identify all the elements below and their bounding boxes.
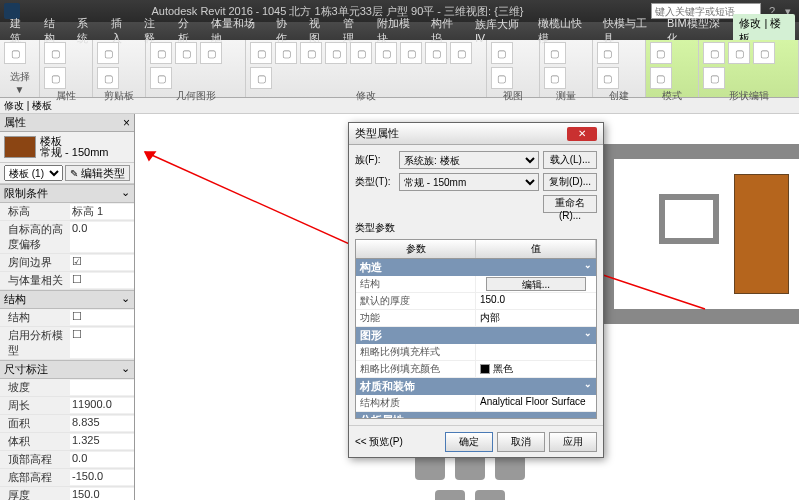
ribbon-icon[interactable]: ▢ [175, 42, 197, 64]
ok-button[interactable]: 确定 [445, 432, 493, 452]
ribbon-icon[interactable]: ▢ [597, 67, 619, 89]
ribbon-icon[interactable]: ▢ [97, 42, 119, 64]
prop-row[interactable]: 自标高的高度偏移0.0 [0, 221, 134, 254]
type-selector[interactable]: 楼板 常规 - 150mm [0, 132, 134, 163]
ribbon-panel: ▢▢属性 [40, 40, 93, 97]
type-properties-dialog: 类型属性 ✕ 族(F): 系统族: 楼板 载入(L)... 类型(T): 常规 … [348, 122, 604, 458]
panel-label: 视图 [491, 89, 535, 103]
properties-body: 限制条件⌄标高标高 1自标高的高度偏移0.0房间边界☑与体量相关☐结构⌄结构☐启… [0, 184, 134, 500]
prop-row[interactable]: 启用分析模型☐ [0, 327, 134, 360]
ribbon-panel: ▢▢创建 [593, 40, 646, 97]
ribbon-icon[interactable]: ▢ [650, 42, 672, 64]
ribbon-icon[interactable]: ▢ [450, 42, 472, 64]
panel-label: 选择 ▼ [4, 70, 35, 95]
param-row[interactable]: 默认的厚度150.0 [356, 293, 596, 310]
panel-label: 模式 [650, 89, 694, 103]
ribbon-panel: ▢选择 ▼ [0, 40, 40, 97]
param-table-header: 参数 值 [356, 240, 596, 259]
ribbon-icon[interactable]: ▢ [425, 42, 447, 64]
ribbon-icon[interactable]: ▢ [728, 42, 750, 64]
param-row[interactable]: 功能内部 [356, 310, 596, 327]
dialog-titlebar: 类型属性 ✕ [349, 123, 603, 145]
prop-row[interactable]: 顶部高程0.0 [0, 451, 134, 469]
ribbon-icon[interactable]: ▢ [325, 42, 347, 64]
edit-structure-button[interactable]: 编辑... [486, 277, 587, 291]
ribbon-icon[interactable]: ▢ [44, 67, 66, 89]
ribbon-icon[interactable]: ▢ [753, 42, 775, 64]
col-value: 值 [476, 240, 596, 258]
edit-type-button[interactable]: ✎ 编辑类型 [65, 165, 130, 181]
param-table: 参数 值 构造⌄结构编辑...默认的厚度150.0功能内部图形⌄粗略比例填充样式… [355, 239, 597, 419]
panel-label: 几何图形 [150, 89, 241, 103]
param-row[interactable]: 粗略比例填充颜色黑色 [356, 361, 596, 378]
prop-row[interactable]: 厚度150.0 [0, 487, 134, 500]
param-group-header[interactable]: 材质和装饰⌄ [356, 378, 596, 395]
ribbon-icon[interactable]: ▢ [375, 42, 397, 64]
properties-header: 属性 × [0, 114, 134, 132]
param-row[interactable]: 粗略比例填充样式 [356, 344, 596, 361]
ribbon-icon[interactable]: ▢ [200, 42, 222, 64]
param-row[interactable]: 结构编辑... [356, 276, 596, 293]
panel-label: 修改 [250, 89, 482, 103]
ribbon-icon[interactable]: ▢ [150, 67, 172, 89]
prop-group-header[interactable]: 结构⌄ [0, 290, 134, 309]
properties-title: 属性 [4, 115, 26, 130]
tab-strip: 建筑结构系统插入注释分析体量和场地协作视图管理附加模块构件坞族库大师Ⅳ橄榄山快模… [0, 22, 799, 40]
type-params-label: 类型参数 [355, 221, 597, 235]
ribbon-icon[interactable]: ▢ [250, 67, 272, 89]
prop-group-header[interactable]: 尺寸标注⌄ [0, 360, 134, 379]
prop-row[interactable]: 底部高程-150.0 [0, 469, 134, 487]
ribbon-icon[interactable]: ▢ [650, 67, 672, 89]
close-icon[interactable]: × [123, 116, 130, 130]
ribbon-icon[interactable]: ▢ [300, 42, 322, 64]
prop-row[interactable]: 面积8.835 [0, 415, 134, 433]
ribbon-icon[interactable]: ▢ [703, 42, 725, 64]
param-group-header[interactable]: 分析属性⌄ [356, 412, 596, 419]
family-select[interactable]: 系统族: 楼板 [399, 151, 539, 169]
type-swatch [4, 136, 36, 158]
prop-row[interactable]: 结构☐ [0, 309, 134, 327]
ribbon-icon[interactable]: ▢ [544, 42, 566, 64]
param-group-header[interactable]: 构造⌄ [356, 259, 596, 276]
ribbon-icon[interactable]: ▢ [491, 42, 513, 64]
param-group-header[interactable]: 图形⌄ [356, 327, 596, 344]
prop-group-header[interactable]: 限制条件⌄ [0, 184, 134, 203]
ribbon-icon[interactable]: ▢ [350, 42, 372, 64]
ribbon-panel: ▢▢剪贴板 [93, 40, 146, 97]
ribbon: ▢选择 ▼▢▢属性▢▢剪贴板▢▢▢▢几何图形▢▢▢▢▢▢▢▢▢▢修改▢▢视图▢▢… [0, 40, 799, 98]
ribbon-icon[interactable]: ▢ [491, 67, 513, 89]
rename-button[interactable]: 重命名(R)... [543, 195, 597, 213]
apply-button[interactable]: 应用 [549, 432, 597, 452]
param-row[interactable]: 结构材质Analytical Floor Surface [356, 395, 596, 412]
prop-row[interactable]: 坡度 [0, 379, 134, 397]
instance-select[interactable]: 楼板 (1) [4, 165, 63, 181]
ribbon-panel: ▢▢▢▢形状编辑 [699, 40, 799, 97]
ribbon-icon[interactable]: ▢ [150, 42, 172, 64]
prop-row[interactable]: 与体量相关☐ [0, 272, 134, 290]
cancel-button[interactable]: 取消 [497, 432, 545, 452]
ribbon-icon[interactable]: ▢ [44, 42, 66, 64]
prop-row[interactable]: 体积1.325 [0, 433, 134, 451]
panel-label: 创建 [597, 89, 641, 103]
ribbon-panel: ▢▢测量 [540, 40, 593, 97]
dialog-close-button[interactable]: ✕ [567, 127, 597, 141]
ribbon-icon[interactable]: ▢ [250, 42, 272, 64]
ribbon-icon[interactable]: ▢ [703, 67, 725, 89]
duplicate-button[interactable]: 复制(D)... [543, 173, 597, 191]
prop-row[interactable]: 周长11900.0 [0, 397, 134, 415]
ribbon-icon[interactable]: ▢ [97, 67, 119, 89]
ribbon-icon[interactable]: ▢ [597, 42, 619, 64]
type-select[interactable]: 常规 - 150mm [399, 173, 539, 191]
dialog-body: 族(F): 系统族: 楼板 载入(L)... 类型(T): 常规 - 150mm… [349, 145, 603, 425]
family-label: 族(F): [355, 153, 395, 167]
prop-row[interactable]: 房间边界☑ [0, 254, 134, 272]
preview-toggle[interactable]: << 预览(P) [355, 435, 403, 449]
properties-panel: 属性 × 楼板 常规 - 150mm 楼板 (1) ✎ 编辑类型 限制条件⌄标高… [0, 114, 135, 500]
load-button[interactable]: 载入(L)... [543, 151, 597, 169]
ribbon-icon[interactable]: ▢ [544, 67, 566, 89]
ribbon-icon[interactable]: ▢ [4, 42, 26, 64]
ribbon-panel: ▢▢▢▢▢▢▢▢▢▢修改 [246, 40, 487, 97]
ribbon-icon[interactable]: ▢ [400, 42, 422, 64]
prop-row[interactable]: 标高标高 1 [0, 203, 134, 221]
ribbon-icon[interactable]: ▢ [275, 42, 297, 64]
